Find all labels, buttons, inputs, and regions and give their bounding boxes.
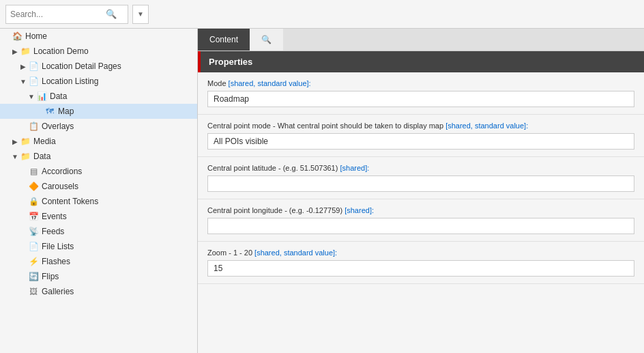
property-label-meta-zoom: [shared, standard value]:	[254, 249, 337, 257]
label-data-child: Data	[50, 91, 67, 101]
property-label-main-mode: Mode	[207, 79, 229, 87]
property-section-mode: Mode [shared, standard value]:Roadmap	[198, 72, 644, 115]
label-flips: Flips	[42, 272, 59, 281]
property-label-central-point-mode: Central point mode - What central point …	[207, 122, 634, 130]
property-value-central-point-mode[interactable]: All POIs visible	[207, 133, 634, 150]
label-galleries: Galleries	[42, 287, 74, 296]
label-feeds: Feeds	[42, 227, 64, 236]
search-box[interactable]: 🔍	[5, 5, 128, 24]
sidebar-item-events[interactable]: 📅 Events	[0, 209, 197, 224]
label-overlays: Overlays	[42, 122, 74, 131]
sidebar-item-carousels[interactable]: 🔶 Carousels	[0, 179, 197, 194]
top-bar: 🔍 ▼	[0, 0, 644, 29]
sidebar-item-file-lists[interactable]: 📄 File Lists	[0, 239, 197, 254]
property-label-meta-central-point-mode: [shared, standard value]:	[445, 122, 528, 130]
tab-search[interactable]: 🔍	[250, 29, 283, 51]
property-label-main-central-point-longitude: Central point longitude - (e.g. -0.12775…	[207, 206, 345, 214]
icon-data-child: 📊	[35, 91, 48, 102]
sidebar-item-location-demo[interactable]: ▶ 📁 Location Demo	[0, 44, 197, 59]
property-value-zoom[interactable]: 15	[207, 260, 634, 277]
toggle-data-top: ▼	[11, 153, 19, 160]
property-label-meta-mode: [shared, standard value]:	[229, 79, 311, 87]
tab-bar: Content🔍	[198, 29, 644, 51]
icon-accordions: ▤	[27, 166, 40, 177]
search-icon[interactable]: 🔍	[106, 9, 117, 19]
toggle-location-listing: ▼	[19, 78, 27, 85]
label-location-detail-pages: Location Detail Pages	[42, 61, 121, 71]
sidebar-item-content-tokens[interactable]: 🔒 Content Tokens	[0, 194, 197, 209]
sidebar-item-data-child[interactable]: ▼ 📊 Data	[0, 89, 197, 104]
label-home: Home	[25, 31, 47, 41]
icon-flashes: ⚡	[27, 256, 40, 267]
icon-content-tokens: 🔒	[27, 196, 40, 207]
properties-title: Properties	[209, 57, 252, 67]
property-label-meta-central-point-longitude: [shared]:	[345, 206, 374, 214]
icon-media: 📁	[19, 136, 31, 147]
sidebar-item-media[interactable]: ▶ 📁 Media	[0, 134, 197, 149]
sidebar: 🏠 Home ▶ 📁 Location Demo ▶ 📄 Location De…	[0, 29, 198, 353]
sidebar-item-data-top[interactable]: ▼ 📁 Data	[0, 149, 197, 164]
toggle-media: ▶	[11, 138, 19, 145]
label-media: Media	[33, 137, 56, 146]
icon-map: 🗺	[44, 106, 56, 117]
label-flashes: Flashes	[42, 257, 70, 266]
icon-events: 📅	[27, 211, 40, 222]
sidebar-item-location-listing[interactable]: ▼ 📄 Location Listing	[0, 74, 197, 89]
tab-content[interactable]: Content	[198, 29, 250, 51]
icon-data-top: 📁	[19, 151, 31, 162]
label-data-top: Data	[33, 152, 50, 161]
sidebar-item-location-detail-pages[interactable]: ▶ 📄 Location Detail Pages	[0, 59, 197, 74]
property-value-central-point-longitude[interactable]	[207, 218, 634, 234]
properties-header: Properties	[198, 51, 644, 72]
label-location-demo: Location Demo	[33, 46, 89, 56]
toggle-location-demo: ▶	[11, 48, 19, 55]
label-accordions: Accordions	[42, 167, 82, 176]
sidebar-item-flashes[interactable]: ⚡ Flashes	[0, 254, 197, 269]
property-label-main-central-point-latitude: Central point latitude - (e.g. 51.507361…	[207, 164, 340, 172]
main-layout: 🏠 Home ▶ 📁 Location Demo ▶ 📄 Location De…	[0, 29, 644, 353]
label-events: Events	[42, 212, 67, 221]
property-section-central-point-mode: Central point mode - What central point …	[198, 115, 644, 157]
sidebar-item-feeds[interactable]: 📡 Feeds	[0, 224, 197, 239]
icon-location-demo: 📁	[19, 46, 31, 57]
icon-overlays: 📋	[27, 121, 40, 132]
sidebar-item-accordions[interactable]: ▤ Accordions	[0, 164, 197, 179]
label-carousels: Carousels	[42, 182, 78, 191]
toggle-data-child: ▼	[27, 93, 35, 100]
sidebar-item-galleries[interactable]: 🖼 Galleries	[0, 284, 197, 299]
label-location-listing: Location Listing	[42, 76, 98, 86]
icon-location-detail-pages: 📄	[27, 61, 40, 72]
icon-location-listing: 📄	[27, 76, 40, 87]
label-content-tokens: Content Tokens	[42, 197, 98, 206]
dropdown-button[interactable]: ▼	[132, 5, 149, 24]
property-section-central-point-longitude: Central point longitude - (e.g. -0.12775…	[198, 199, 644, 242]
property-label-meta-central-point-latitude: [shared]:	[340, 164, 369, 172]
icon-feeds: 📡	[27, 226, 40, 237]
property-label-zoom: Zoom - 1 - 20 [shared, standard value]:	[207, 249, 634, 257]
property-label-mode: Mode [shared, standard value]:	[207, 79, 634, 87]
property-section-zoom: Zoom - 1 - 20 [shared, standard value]:1…	[198, 242, 644, 284]
icon-file-lists: 📄	[27, 241, 40, 252]
sidebar-item-flips[interactable]: 🔄 Flips	[0, 269, 197, 284]
icon-galleries: 🖼	[27, 286, 40, 297]
property-label-main-zoom: Zoom - 1 - 20	[207, 249, 254, 257]
properties-fields: Mode [shared, standard value]:RoadmapCen…	[198, 72, 644, 284]
icon-flips: 🔄	[27, 271, 40, 282]
search-input[interactable]	[10, 10, 106, 19]
property-value-mode[interactable]: Roadmap	[207, 91, 634, 107]
sidebar-item-home[interactable]: 🏠 Home	[0, 29, 197, 44]
properties-panel: Properties Mode [shared, standard value]…	[198, 51, 644, 353]
icon-carousels: 🔶	[27, 181, 40, 192]
sidebar-item-overlays[interactable]: 📋 Overlays	[0, 119, 197, 134]
property-value-central-point-latitude[interactable]	[207, 175, 634, 192]
property-label-central-point-longitude: Central point longitude - (e.g. -0.12775…	[207, 206, 634, 214]
right-panel: Content🔍 Properties Mode [shared, standa…	[198, 29, 644, 353]
toggle-location-detail-pages: ▶	[19, 63, 27, 70]
property-label-central-point-latitude: Central point latitude - (e.g. 51.507361…	[207, 164, 634, 172]
label-map: Map	[58, 107, 74, 116]
property-label-main-central-point-mode: Central point mode - What central point …	[207, 122, 445, 130]
property-section-central-point-latitude: Central point latitude - (e.g. 51.507361…	[198, 157, 644, 199]
sidebar-item-map[interactable]: 🗺 Map	[0, 104, 197, 119]
icon-home: 🏠	[11, 31, 23, 42]
label-file-lists: File Lists	[42, 242, 74, 251]
